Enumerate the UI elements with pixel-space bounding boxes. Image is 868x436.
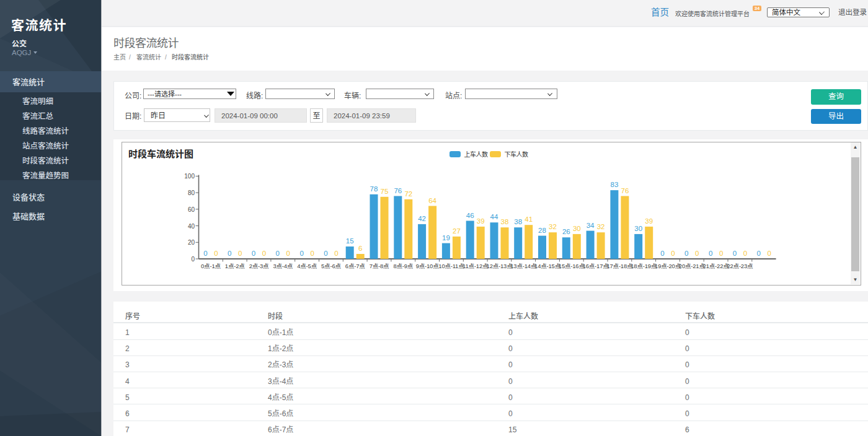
svg-text:2点-3点: 2点-3点: [249, 263, 269, 269]
svg-text:11点-12点: 11点-12点: [463, 263, 489, 269]
svg-text:27: 27: [453, 227, 461, 235]
svg-text:0: 0: [214, 250, 218, 257]
svg-text:0: 0: [238, 250, 242, 257]
svg-text:0: 0: [310, 250, 314, 257]
svg-text:12点-13点: 12点-13点: [487, 263, 513, 269]
svg-text:10点-11点: 10点-11点: [438, 263, 464, 269]
svg-text:0: 0: [719, 250, 723, 257]
svg-text:0: 0: [733, 250, 737, 257]
svg-text:0: 0: [228, 250, 231, 257]
svg-text:18点-19点: 18点-19点: [631, 263, 657, 269]
svg-text:0: 0: [299, 250, 303, 257]
svg-text:80: 80: [188, 190, 195, 196]
svg-text:6点-7点: 6点-7点: [345, 263, 365, 269]
svg-text:22点-23点: 22点-23点: [727, 263, 753, 269]
svg-text:46: 46: [466, 212, 474, 219]
svg-text:0: 0: [709, 250, 712, 257]
svg-text:5点-6点: 5点-6点: [321, 263, 341, 269]
svg-text:20点-21点: 20点-21点: [679, 263, 706, 269]
svg-text:0点-1点: 0点-1点: [201, 263, 221, 269]
svg-text:72: 72: [404, 190, 412, 198]
svg-text:19点-20点: 19点-20点: [655, 263, 681, 269]
svg-text:0: 0: [262, 250, 266, 257]
svg-text:38: 38: [514, 218, 522, 225]
svg-text:40: 40: [188, 223, 195, 230]
svg-text:14点-15点: 14点-15点: [534, 263, 561, 269]
svg-text:75: 75: [381, 188, 389, 195]
svg-text:26: 26: [562, 228, 570, 235]
svg-text:3点-4点: 3点-4点: [273, 263, 293, 269]
svg-text:0: 0: [671, 250, 675, 257]
svg-text:30: 30: [634, 225, 642, 232]
svg-text:0: 0: [286, 250, 290, 257]
svg-text:9点-10点: 9点-10点: [416, 263, 440, 269]
svg-text:100: 100: [184, 173, 195, 180]
svg-text:64: 64: [428, 197, 436, 204]
svg-text:34: 34: [587, 222, 595, 229]
svg-text:21点-22点: 21点-22点: [703, 263, 730, 269]
svg-text:0: 0: [324, 250, 327, 257]
svg-text:0: 0: [203, 250, 207, 257]
svg-text:42: 42: [418, 215, 426, 222]
svg-text:83: 83: [611, 181, 619, 188]
svg-text:30: 30: [573, 225, 581, 232]
svg-text:0: 0: [743, 250, 747, 257]
svg-text:32: 32: [549, 223, 557, 230]
svg-text:19: 19: [442, 234, 450, 242]
svg-text:0: 0: [695, 250, 699, 257]
svg-text:16点-17点: 16点-17点: [583, 263, 609, 269]
svg-text:0: 0: [767, 250, 771, 257]
svg-text:0: 0: [660, 250, 664, 257]
svg-text:15: 15: [346, 237, 354, 245]
svg-text:13点-14点: 13点-14点: [510, 263, 537, 269]
svg-text:39: 39: [477, 217, 485, 225]
svg-text:8点-9点: 8点-9点: [393, 263, 413, 269]
svg-text:32: 32: [597, 223, 605, 230]
svg-text:0: 0: [252, 250, 255, 257]
svg-text:28: 28: [538, 227, 546, 234]
svg-text:76: 76: [394, 187, 402, 194]
svg-text:17点-18点: 17点-18点: [606, 263, 633, 269]
svg-text:0: 0: [191, 256, 195, 263]
svg-text:39: 39: [645, 217, 653, 225]
svg-text:0: 0: [276, 250, 280, 257]
svg-text:41: 41: [525, 216, 533, 223]
svg-text:60: 60: [188, 206, 195, 213]
svg-text:15点-16点: 15点-16点: [559, 263, 585, 269]
svg-text:44: 44: [490, 213, 498, 220]
svg-text:6: 6: [358, 245, 362, 252]
svg-text:38: 38: [501, 218, 509, 225]
svg-text:0: 0: [684, 250, 688, 257]
svg-text:1点-2点: 1点-2点: [225, 263, 245, 269]
svg-text:76: 76: [621, 187, 629, 194]
svg-text:0: 0: [334, 250, 338, 257]
svg-text:7点-8点: 7点-8点: [370, 263, 389, 269]
svg-text:0: 0: [756, 250, 760, 257]
svg-text:78: 78: [370, 185, 378, 193]
svg-text:20: 20: [188, 239, 195, 246]
svg-text:4点-5点: 4点-5点: [297, 263, 317, 269]
